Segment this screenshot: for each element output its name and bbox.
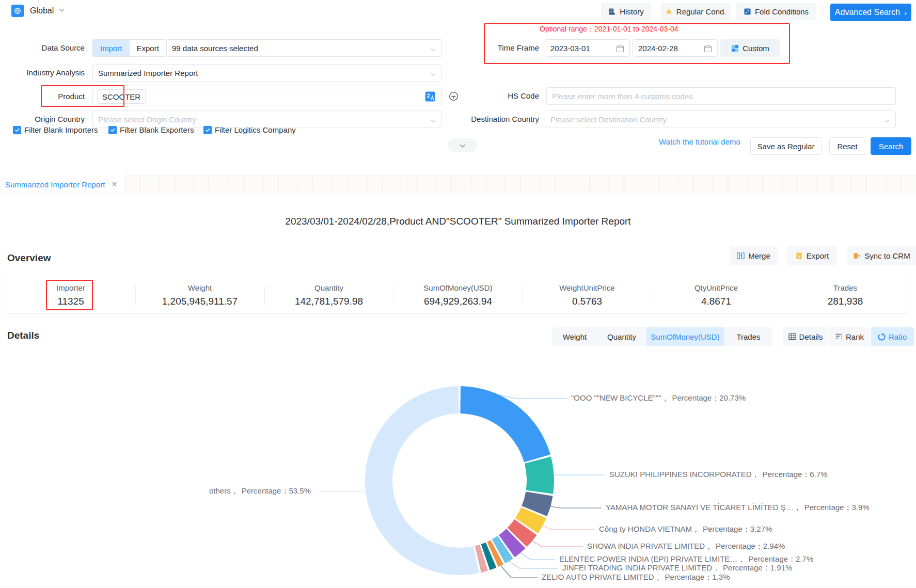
overview-heading: Overview (7, 252, 51, 264)
stat-label: Trades (833, 283, 857, 292)
sync-to-crm-label: Sync to CRM (864, 251, 910, 260)
custom-range-button[interactable]: Custom (720, 39, 780, 57)
slice-name: Công ty HONDA VIETNAM (599, 525, 692, 533)
stat-trades: Trades 281,938 (781, 277, 910, 313)
clear-search-icon[interactable] (448, 91, 459, 104)
slice-percentage: 3.27% (750, 525, 772, 533)
industry-analysis-select[interactable]: Summarized Importer Report (92, 64, 442, 82)
hs-code-input[interactable]: Please enter more than 4 customs codes (546, 87, 896, 105)
export-button[interactable]: Export (787, 246, 837, 265)
pie-slice[interactable] (460, 386, 550, 462)
slice-percentage: 6.7% (810, 470, 827, 479)
slice-percentage: 3.9% (851, 503, 869, 512)
separator: ， (231, 486, 239, 495)
pie-label-others: others，Percentage：53.5% (170, 487, 311, 495)
tab-summarized-importer-report[interactable]: Summarized Importer Report ✕ (0, 176, 125, 193)
import-tab[interactable]: Import (93, 40, 130, 56)
calendar-icon[interactable] (704, 44, 712, 54)
pie-slice[interactable] (525, 456, 554, 494)
time-frame-label: Time Frame (475, 39, 539, 57)
calendar-icon[interactable] (616, 44, 624, 54)
leader-line (532, 541, 583, 547)
checkbox-checked-icon (203, 126, 212, 134)
data-source-direction-toggle[interactable]: Import Export (92, 39, 167, 57)
slice-percentage: 1.3% (712, 573, 730, 581)
slice-percentage: 20.73% (719, 393, 746, 402)
tab-trades[interactable]: Trades (724, 327, 772, 346)
chevron-down-icon (58, 6, 65, 15)
tab-ratio-label: Ratio (889, 332, 907, 341)
slice-percentage: 2.94% (763, 542, 785, 550)
filter-logitics-company-checkbox[interactable]: Filter Logitics Company (203, 125, 296, 134)
product-tag[interactable]: SCOOTER (97, 89, 146, 104)
tab-quantity[interactable]: Quantity (597, 327, 646, 346)
slice-name: SUZUKI PHILIPPINES INCORPORATED (609, 470, 752, 479)
tab-ratio-view[interactable]: Ratio (871, 327, 914, 346)
chevron-down-icon (884, 117, 890, 125)
close-icon[interactable]: ✕ (111, 180, 117, 188)
regular-cond-button[interactable]: ★ Regular Cond. (661, 3, 731, 20)
sync-to-crm-button[interactable]: Sync to CRM (847, 246, 916, 265)
filter-logitics-company-label: Filter Logitics Company (215, 125, 296, 134)
origin-country-placeholder: Please select Origin Country (98, 115, 196, 124)
checkbox-checked-icon (108, 126, 117, 134)
workspace-label: Global (30, 6, 54, 15)
history-button[interactable]: History (601, 3, 651, 20)
slice-percentage: 2.7% (796, 554, 813, 563)
data-source-label: Data Source (21, 39, 85, 57)
hs-code-label: HS Code (465, 87, 539, 105)
stat-sumofmoney: SumOfMoney(USD) 694,929,263.94 (393, 277, 523, 313)
data-sources-select[interactable]: 99 data sources selected (166, 39, 442, 57)
separator: ， (752, 470, 760, 479)
translate-icon[interactable] (425, 91, 435, 103)
ratio-icon (878, 333, 886, 341)
tab-sumofmoney[interactable]: SumOfMoney(USD) (646, 327, 724, 346)
leader-line (498, 394, 567, 399)
tab-details-label: Details (799, 332, 823, 341)
stat-label: Weight (188, 283, 212, 292)
destination-country-select[interactable]: Please select Destination Country (545, 110, 896, 128)
checkbox-checked-icon (13, 126, 21, 134)
stat-value: 4.8671 (701, 296, 731, 307)
stat-weight: Weight 1,205,945,911.57 (135, 277, 264, 313)
fold-conditions-button[interactable]: Fold Conditions (736, 3, 816, 20)
fold-conditions-label: Fold Conditions (755, 7, 809, 16)
industry-analysis-value: Summarized Importer Report (98, 69, 198, 77)
merge-button[interactable]: Merge (730, 246, 778, 265)
reset-button[interactable]: Reset (829, 137, 865, 155)
chevron-right-icon: › (904, 8, 907, 17)
pie-label-honda-vietnam: Công ty HONDA VIETNAM，Percentage：3.27% (599, 525, 772, 533)
tab-details-view[interactable]: Details (783, 327, 828, 346)
export-tab[interactable]: Export (130, 40, 166, 56)
filter-blank-exporters-checkbox[interactable]: Filter Blank Exporters (108, 125, 194, 134)
header-divider (822, 5, 823, 18)
pie-label-suzuki-philippines: SUZUKI PHILIPPINES INCORPORATED，Percenta… (609, 470, 828, 479)
tab-rank-view[interactable]: Rank (829, 327, 870, 346)
merge-icon (737, 252, 745, 260)
advanced-search-button[interactable]: Advanced Search › (830, 4, 911, 21)
expand-conditions-toggle[interactable] (448, 138, 477, 152)
tab-weight[interactable]: Weight (552, 327, 597, 346)
pie-slice[interactable] (365, 386, 479, 575)
save-as-regular-button[interactable]: Save as Regular (750, 137, 822, 155)
slice-name: YAMAHA MOTOR SANAYI VE TİCARET LİMİTED Ş… (606, 503, 794, 512)
percentage-prefix: Percentage： (703, 525, 750, 533)
tutorial-demo-link[interactable]: Watch the tutorial demo (659, 133, 740, 151)
filter-blank-importers-checkbox[interactable]: Filter Blank Importers (13, 125, 98, 134)
start-date-input[interactable]: 2023-03-01 (545, 39, 630, 57)
workspace-selector[interactable]: Global (11, 5, 65, 17)
filter-blank-importers-label: Filter Blank Importers (24, 125, 98, 134)
product-input[interactable]: SCOOTER (92, 88, 442, 105)
chevron-down-icon (430, 70, 436, 79)
end-date-input[interactable]: 2024-02-28 (633, 39, 718, 57)
fold-icon (744, 8, 751, 15)
optional-range-text: Optional range：2021-01-01 to 2024-03-04 (540, 25, 678, 34)
stat-label: Importer (56, 283, 85, 292)
percentage-prefix: Percentage： (716, 542, 763, 550)
separator: ， (712, 563, 720, 572)
search-button[interactable]: Search (871, 137, 911, 155)
stat-label: QtyUnitPrice (694, 283, 738, 292)
pie-label-showa-india: SHOWA INDIA PRIVATE LIMITED，Percentage：2… (587, 542, 785, 550)
report-title: 2023/03/01-2024/02/28,Product AND"SCOOTE… (0, 216, 916, 227)
percentage-prefix: Percentage： (748, 554, 796, 563)
